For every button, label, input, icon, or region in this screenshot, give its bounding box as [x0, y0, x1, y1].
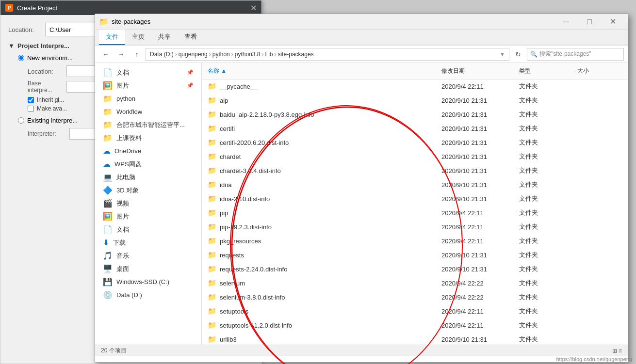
refresh-button[interactable]: ↻: [511, 48, 525, 61]
table-row[interactable]: 📁 chardet-3.0.4.dist-info 2020/9/10 21:3…: [202, 164, 628, 178]
sidebar-label-windows-ssd: Windows-SSD (C:): [116, 278, 169, 285]
back-button[interactable]: ←: [99, 48, 113, 61]
sidebar-item-pic1[interactable]: 🖼️ 图片 📌: [95, 79, 201, 92]
file-folder-icon: 📁: [208, 82, 217, 91]
col-date[interactable]: 修改日期: [440, 65, 517, 77]
table-row[interactable]: 📁 __pycache__ 2020/9/4 22:11 文件夹: [202, 79, 628, 94]
file-type-cell: 文件夹: [517, 291, 575, 303]
file-size-cell: [575, 235, 614, 247]
up-button[interactable]: ↑: [130, 48, 144, 61]
table-row[interactable]: 📁 requests-2.24.0.dist-info 2020/9/10 21…: [202, 262, 628, 276]
table-row[interactable]: 📁 setuptools-41.2.0.dist-info 2020/9/4 2…: [202, 318, 628, 332]
sidebar-item-windows-ssd[interactable]: 💾 Windows-SSD (C:): [95, 275, 201, 288]
table-row[interactable]: 📁 pkg_resources 2020/9/4 22:11 文件夹: [202, 234, 628, 248]
tab-file[interactable]: 文件: [99, 30, 125, 45]
col-name[interactable]: 名称 ▲: [206, 65, 440, 77]
table-row[interactable]: 📁 pip 2020/9/4 22:11 文件夹: [202, 206, 628, 220]
forward-button[interactable]: →: [114, 48, 128, 61]
table-row[interactable]: 📁 aip 2020/9/10 21:31 文件夹: [202, 94, 628, 108]
file-size-cell: [575, 123, 614, 134]
sidebar-label-onedrive: OneDrive: [114, 147, 141, 155]
make-avail-checkbox[interactable]: [28, 106, 34, 112]
tab-home[interactable]: 主页: [125, 30, 151, 45]
ribbon-tabs: 文件 主页 共享 查看: [95, 30, 628, 45]
file-type-cell: 文件夹: [517, 80, 575, 92]
3d-icon: 🔷: [103, 186, 113, 195]
search-placeholder: 搜索"site-packages": [539, 50, 591, 58]
sidebar-item-wps[interactable]: ☁ WPS网盘: [95, 158, 201, 171]
file-date-cell: 2020/9/4 22:11: [440, 235, 517, 247]
sidebar-item-onedrive[interactable]: ☁ OneDrive: [95, 144, 201, 158]
file-name-cell: 📁 urllib3: [206, 333, 440, 345]
sidebar-item-3d[interactable]: 🔷 3D 对象: [95, 184, 201, 197]
sidebar-item-desktop[interactable]: 🖥️ 桌面: [95, 262, 201, 275]
file-name: selenium-3.8.0.dist-info: [220, 294, 285, 301]
file-size-cell: [575, 165, 614, 176]
workflow-folder-icon: 📁: [103, 107, 113, 116]
file-date-cell: 2020/9/10 21:31: [440, 151, 517, 162]
new-env-radio[interactable]: [18, 55, 24, 61]
search-box[interactable]: 🔍 搜索"site-packages": [527, 48, 624, 61]
file-size-cell: [575, 109, 614, 120]
file-folder-icon: 📁: [208, 124, 217, 133]
sidebar-item-data-d[interactable]: 💿 Data (D:): [95, 288, 201, 301]
file-date-cell: 2020/9/10 21:31: [440, 165, 517, 176]
location-label: Location:: [8, 26, 42, 33]
sidebar-item-music[interactable]: 🎵 音乐: [95, 249, 201, 262]
file-date-cell: 2020/9/10 21:31: [440, 263, 517, 275]
table-row[interactable]: 📁 idna-2.10.dist-info 2020/9/10 21:31 文件…: [202, 192, 628, 206]
sidebar-item-docs[interactable]: 📄 文档: [95, 223, 201, 236]
table-row[interactable]: 📁 baidu_aip-2.2.18.0-py3.8.egg-info 2020…: [202, 108, 628, 122]
ide-titlebar: P Create Project ✕: [0, 0, 261, 15]
sidebar-item-class[interactable]: 📁 上课资料: [95, 131, 201, 144]
sidebar-item-workflow[interactable]: 📁 Workflow: [95, 105, 201, 118]
table-row[interactable]: 📁 requests 2020/9/10 21:31 文件夹: [202, 248, 628, 262]
doc-icon: 📄: [103, 68, 113, 77]
maximize-button[interactable]: □: [578, 14, 601, 30]
file-name: pip-19.2.3.dist-info: [220, 223, 272, 231]
view-icons: ⊞ ≡: [612, 348, 622, 354]
file-size-cell: [575, 207, 614, 219]
file-size-cell: [575, 249, 614, 261]
table-row[interactable]: 📁 pip-19.2.3.dist-info 2020/9/4 22:11 文件…: [202, 220, 628, 234]
pic-icon: 🖼️: [103, 81, 113, 90]
table-row[interactable]: 📁 idna 2020/9/10 21:31 文件夹: [202, 178, 628, 192]
class-folder-icon: 📁: [103, 133, 113, 142]
tab-view[interactable]: 查看: [178, 30, 204, 45]
sidebar-item-hefei[interactable]: 📁 合肥市城市智能运营平...: [95, 118, 201, 131]
sidebar-item-this-pc[interactable]: 💻 此电脑: [95, 171, 201, 184]
minimize-button[interactable]: ─: [555, 14, 577, 30]
tab-share[interactable]: 共享: [151, 30, 178, 45]
sidebar-item-doc1[interactable]: 📄 文档 📌: [95, 66, 201, 79]
address-path[interactable]: Data (D:) › qugenpeng › python › python3…: [146, 48, 509, 61]
file-name: baidu_aip-2.2.18.0-py3.8.egg-info: [220, 111, 314, 118]
col-size[interactable]: 大小: [575, 65, 614, 77]
inherit-checkbox[interactable]: [28, 97, 34, 103]
explorer-titlebar: 📁 site-packages ─ □ ✕: [95, 14, 628, 30]
table-row[interactable]: 📁 selenium 2020/9/4 22:22 文件夹: [202, 276, 628, 290]
sidebar-item-pics[interactable]: 🖼️ 图片: [95, 210, 201, 223]
ide-close-button[interactable]: ✕: [250, 3, 257, 13]
table-row[interactable]: 📁 certifi 2020/9/10 21:31 文件夹: [202, 122, 628, 136]
file-folder-icon: 📁: [208, 321, 217, 330]
search-icon: 🔍: [530, 51, 538, 58]
table-row[interactable]: 📁 chardet 2020/9/10 21:31 文件夹: [202, 150, 628, 164]
table-row[interactable]: 📁 urllib3 2020/9/10 21:31 文件夹: [202, 332, 628, 345]
sidebar-item-downloads[interactable]: ⬇ 下载: [95, 236, 201, 249]
file-date-cell: 2020/9/4 22:11: [440, 80, 517, 92]
table-row[interactable]: 📁 setuptools 2020/9/4 22:11 文件夹: [202, 304, 628, 318]
table-row[interactable]: 📁 certifi-2020.6.20.dist-info 2020/9/10 …: [202, 136, 628, 150]
file-type-cell: 文件夹: [517, 151, 575, 162]
sidebar-item-python[interactable]: 📁 python: [95, 92, 201, 105]
file-type-cell: 文件夹: [517, 109, 575, 120]
file-name-cell: 📁 pip: [206, 207, 440, 219]
existing-interp-radio[interactable]: [18, 117, 24, 124]
col-type[interactable]: 类型: [517, 65, 575, 77]
table-row[interactable]: 📁 selenium-3.8.0.dist-info 2020/9/4 22:2…: [202, 290, 628, 304]
file-date-cell: 2020/9/10 21:31: [440, 193, 517, 205]
file-name-cell: 📁 selenium-3.8.0.dist-info: [206, 291, 440, 303]
file-list-header: 名称 ▲ 修改日期 类型 大小: [202, 63, 628, 79]
file-folder-icon: 📁: [208, 110, 217, 119]
close-button[interactable]: ✕: [602, 14, 624, 30]
sidebar-item-video[interactable]: 🎬 视频: [95, 197, 201, 210]
